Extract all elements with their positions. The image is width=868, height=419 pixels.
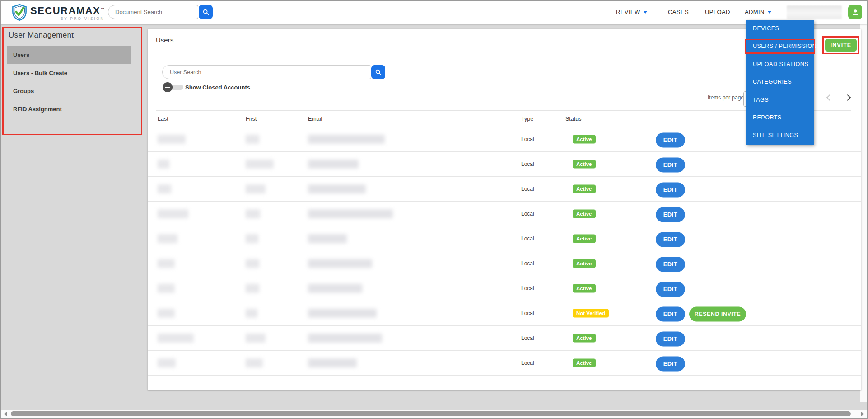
cell-email-redacted (308, 309, 377, 318)
edit-button[interactable]: EDIT (656, 306, 685, 321)
nav-review[interactable]: REVIEW (616, 9, 647, 15)
cell-last-redacted (158, 234, 177, 243)
cell-last-redacted (158, 209, 188, 218)
status-badge: Active (573, 135, 596, 144)
sidebar-item-users[interactable]: Users (7, 46, 131, 64)
cell-email-redacted (308, 259, 372, 268)
sidebar-item-groups[interactable]: Groups (7, 82, 131, 100)
horizontal-scrollbar[interactable] (1, 410, 867, 418)
items-per-page-label: Items per page: (708, 94, 745, 101)
edit-button[interactable]: EDIT (656, 282, 685, 297)
column-header-last: Last (158, 116, 168, 122)
cell-email-redacted (308, 358, 357, 367)
column-header-status: Status (565, 116, 581, 122)
sidebar-title: User Management (9, 31, 74, 40)
cell-first-redacted (246, 259, 259, 268)
table-row: Local Active EDIT (148, 251, 861, 276)
edit-button[interactable]: EDIT (656, 157, 685, 172)
sidebar-item-rfid-assignment[interactable]: RFID Assignment (7, 100, 131, 118)
search-icon (202, 9, 210, 16)
horizontal-scrollbar-thumb[interactable] (11, 411, 851, 416)
nav-upload[interactable]: UPLOAD (705, 9, 730, 15)
invite-button[interactable]: INVITE (825, 39, 857, 52)
cell-first-redacted (246, 160, 274, 169)
menu-item-users-permissions[interactable]: USERS / PERMISSIONS (746, 38, 814, 55)
menu-item-reports[interactable]: REPORTS (746, 109, 814, 127)
menu-item-devices[interactable]: DEVICES (746, 20, 814, 38)
status-badge: Active (573, 284, 596, 293)
cell-type: Local (521, 360, 534, 366)
cell-email-redacted (308, 184, 366, 193)
edit-button[interactable]: EDIT (656, 182, 685, 197)
cell-first-redacted (246, 284, 259, 293)
status-badge: Active (573, 235, 596, 243)
user-account-button[interactable] (848, 5, 862, 19)
admin-dropdown-menu: DEVICES USERS / PERMISSIONS UPLOAD STATI… (746, 20, 814, 145)
cell-first-redacted (246, 209, 260, 218)
cell-last-redacted (158, 160, 169, 169)
table-row: Local Active EDIT (148, 276, 861, 301)
user-search-input[interactable] (162, 65, 371, 79)
document-search (108, 5, 213, 19)
redacted-username (787, 5, 842, 19)
edit-button[interactable]: EDIT (656, 132, 685, 147)
document-search-input[interactable] (108, 5, 198, 19)
edit-button[interactable]: EDIT (656, 257, 685, 272)
edit-button[interactable]: EDIT (656, 331, 685, 346)
trademark: ™ (100, 7, 104, 11)
scroll-right-arrow-icon[interactable] (861, 412, 864, 416)
menu-item-upload-stations[interactable]: UPLOAD STATIONS (746, 56, 814, 73)
table-row: Local Active EDIT (148, 326, 861, 351)
edit-button[interactable]: EDIT (656, 356, 685, 371)
chevron-down-icon (768, 11, 771, 14)
status-badge: Active (573, 160, 596, 169)
brand-name: SECURAMAX™ (30, 4, 104, 16)
resend-invite-button[interactable]: RESEND INVITE (689, 306, 746, 321)
menu-item-categories[interactable]: CATEGORIES (746, 73, 814, 91)
nav-cases[interactable]: CASES (668, 9, 689, 15)
cell-last-redacted (158, 284, 175, 293)
cell-email-redacted (308, 334, 382, 343)
sidebar-item-users-bulk-create[interactable]: Users - Bulk Create (7, 64, 131, 82)
cell-first-redacted (246, 184, 266, 193)
top-navbar: SECURAMAX™ BY PRO-VISION REVIEW CASES UP… (1, 1, 867, 24)
table-row: Local Active EDIT (148, 351, 861, 376)
toggle-label: Show Closed Accounts (185, 84, 250, 91)
chevron-down-icon (644, 11, 647, 14)
cell-type: Local (521, 310, 534, 316)
chevron-left-icon[interactable] (826, 94, 833, 101)
table-row: Local Active EDIT (148, 177, 861, 202)
cell-email-redacted (308, 135, 385, 144)
securamax-window: SECURAMAX™ BY PRO-VISION REVIEW CASES UP… (0, 0, 868, 419)
cell-first-redacted (246, 135, 259, 144)
document-search-button[interactable] (199, 5, 213, 19)
scroll-left-arrow-icon[interactable] (4, 412, 7, 416)
nav-admin[interactable]: ADMIN (745, 9, 771, 15)
table-row: Local Not Verified EDIT RESEND INVITE (148, 301, 861, 326)
cell-first-redacted (246, 358, 263, 367)
menu-item-tags[interactable]: TAGS (746, 91, 814, 109)
user-table-rows: Local Active EDIT Local Active EDIT Loca… (148, 127, 861, 376)
shield-check-icon (12, 4, 27, 21)
cell-last-redacted (158, 259, 175, 268)
edit-button[interactable]: EDIT (656, 232, 685, 247)
edit-button[interactable]: EDIT (656, 207, 685, 222)
table-row: Local Active EDIT (148, 226, 861, 251)
menu-item-site-settings[interactable]: SITE SETTINGS (746, 127, 814, 144)
cell-last-redacted (158, 358, 176, 367)
user-search-button[interactable] (371, 65, 385, 79)
page-title: Users (156, 36, 173, 44)
toggle-knob-minus-icon[interactable] (163, 82, 173, 92)
column-header-type: Type (521, 116, 533, 122)
cell-type: Local (521, 211, 534, 217)
cell-type: Local (521, 235, 534, 242)
cell-first-redacted (246, 234, 258, 243)
cell-last-redacted (158, 334, 194, 343)
status-badge: Active (573, 210, 596, 218)
cell-type: Local (521, 335, 534, 341)
cell-last-redacted (158, 135, 186, 144)
securamax-logo: SECURAMAX™ BY PRO-VISION (12, 4, 104, 21)
search-icon (375, 69, 382, 76)
cell-email-redacted (308, 284, 362, 293)
chevron-right-icon[interactable] (845, 94, 851, 101)
